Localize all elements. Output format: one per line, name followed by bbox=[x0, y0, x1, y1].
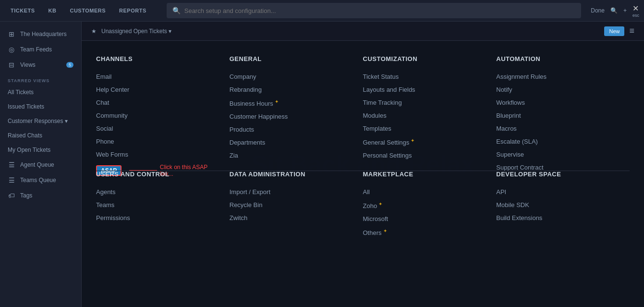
menu-item-templates[interactable]: Templates bbox=[363, 122, 487, 135]
menu-item-supervise[interactable]: Supervise bbox=[496, 148, 620, 161]
menu-item-zwitch[interactable]: Zwitch bbox=[230, 211, 353, 224]
sidebar-item-issuedtickets[interactable]: Issued Tickets bbox=[0, 99, 81, 114]
sidebar-label-views: Views bbox=[20, 61, 36, 68]
dropdown-lower: USERS AND CONTROL Agents Teams Permissio… bbox=[82, 171, 644, 307]
menu-item-social[interactable]: Social bbox=[96, 122, 220, 135]
menu-item-zoho[interactable]: Zoho✦ bbox=[363, 198, 487, 212]
generalsettings-star: ✦ bbox=[411, 138, 414, 143]
sidebar-label-issuedtickets: Issued Tickets bbox=[8, 103, 44, 110]
menu-item-customerhappiness[interactable]: Customer Happiness bbox=[230, 110, 353, 123]
layout-icon[interactable]: ≡ bbox=[629, 26, 634, 36]
menu-item-community[interactable]: Community bbox=[96, 109, 220, 122]
top-nav: TICKETS KB CUSTOMERS REPORTS 🔍 Done 🔍 + … bbox=[0, 0, 644, 22]
nav-tab-tickets[interactable]: TICKETS bbox=[5, 6, 41, 15]
menu-item-blueprint[interactable]: Blueprint bbox=[496, 109, 620, 122]
starred-views-label: STARRED VIEWS bbox=[0, 73, 81, 85]
channels-heading: CHANNELS bbox=[96, 55, 220, 62]
menu-item-layoutsfields[interactable]: Layouts and Fields bbox=[363, 83, 487, 96]
menu-item-escalatesla[interactable]: Escalate (SLA) bbox=[496, 135, 620, 148]
search-input[interactable] bbox=[184, 7, 576, 14]
main-header-title: Unassigned Open Tickets ▾ bbox=[101, 28, 599, 35]
menu-item-phone[interactable]: Phone bbox=[96, 135, 220, 148]
add-icon[interactable]: + bbox=[623, 7, 627, 14]
nav-tabs: TICKETS KB CUSTOMERS REPORTS bbox=[5, 6, 152, 15]
automation-heading: AUTOMATION bbox=[496, 55, 620, 62]
menu-item-permissions[interactable]: Permissions bbox=[96, 211, 220, 224]
menu-item-notify[interactable]: Notify bbox=[496, 83, 620, 96]
menu-item-company[interactable]: Company bbox=[230, 70, 353, 83]
section-divider bbox=[96, 171, 630, 171]
menu-item-products[interactable]: Products bbox=[230, 123, 353, 136]
menu-item-workflows[interactable]: Workflows bbox=[496, 96, 620, 109]
agentqueue-icon: ☰ bbox=[8, 161, 15, 169]
zoho-star: ✦ bbox=[378, 201, 382, 207]
menu-item-api[interactable]: API bbox=[496, 185, 620, 198]
sidebar-item-headquarters[interactable]: ⊞ The Headquarters bbox=[0, 26, 81, 42]
new-button[interactable]: New bbox=[604, 26, 624, 36]
menu-item-teams[interactable]: Teams bbox=[96, 198, 220, 211]
sidebar-label-raisedchats: Raised Chats bbox=[8, 132, 42, 139]
done-button[interactable]: Done bbox=[591, 7, 605, 14]
views-badge: 5 bbox=[66, 62, 73, 68]
sidebar-item-tags[interactable]: 🏷 Tags bbox=[0, 188, 81, 203]
x-icon: ✕ bbox=[632, 4, 639, 13]
sidebar-item-myopentickets[interactable]: My Open Tickets bbox=[0, 143, 81, 157]
search-icon-right[interactable]: 🔍 bbox=[610, 7, 618, 14]
menu-item-rebranding[interactable]: Rebranding bbox=[230, 83, 353, 96]
menu-item-zia[interactable]: Zia bbox=[230, 149, 353, 162]
menu-item-ticketstatus[interactable]: Ticket Status bbox=[363, 70, 487, 83]
others-star: ✦ bbox=[383, 228, 387, 233]
menu-item-recyclebin[interactable]: Recycle Bin bbox=[230, 198, 353, 211]
users-control-heading: USERS AND CONTROL bbox=[96, 171, 220, 178]
data-admin-heading: DATA ADMINISTRATION bbox=[230, 171, 353, 178]
menu-item-timetracking[interactable]: Time Tracking bbox=[363, 96, 487, 109]
menu-item-market-all[interactable]: All bbox=[363, 185, 487, 198]
marketplace-section: MARKETPLACE All Zoho✦ Microsoft Others✦ bbox=[363, 171, 497, 297]
tags-icon: 🏷 bbox=[8, 192, 15, 199]
menu-item-helpcenter[interactable]: Help Center bbox=[96, 83, 220, 96]
menu-item-others[interactable]: Others✦ bbox=[363, 225, 487, 239]
close-button[interactable]: ✕ esc bbox=[632, 4, 639, 18]
sidebar-label-headquarters: The Headquarters bbox=[20, 31, 67, 37]
nav-tab-reports[interactable]: REPORTS bbox=[113, 6, 152, 15]
sidebar-label-alltickets: All Tickets bbox=[8, 89, 34, 96]
breadcrumb-star: ★ bbox=[91, 28, 97, 35]
menu-item-generalsettings[interactable]: General Settings✦ bbox=[363, 135, 487, 149]
data-admin-section: DATA ADMINISTRATION Import / Export Recy… bbox=[230, 171, 363, 297]
nav-tab-kb[interactable]: KB bbox=[43, 6, 62, 15]
views-icon: ⊟ bbox=[8, 61, 15, 69]
main-area: ★ Unassigned Open Tickets ▾ New ≡ Sit Ba… bbox=[82, 22, 644, 307]
main-header: ★ Unassigned Open Tickets ▾ New ≡ bbox=[82, 22, 644, 41]
menu-item-microsoft[interactable]: Microsoft bbox=[363, 212, 487, 225]
sidebar: ⊞ The Headquarters ◎ Team Feeds ⊟ Views … bbox=[0, 22, 82, 307]
sidebar-item-customerresponses[interactable]: Customer Responses ▾ bbox=[0, 114, 81, 128]
search-bar[interactable]: 🔍 bbox=[167, 3, 582, 18]
sidebar-label-teamfeeds: Team Feeds bbox=[20, 46, 52, 53]
menu-item-personalsettings[interactable]: Personal Settings bbox=[363, 149, 487, 162]
sidebar-item-agentqueue[interactable]: ☰ Agent Queue bbox=[0, 157, 81, 172]
menu-item-email[interactable]: Email bbox=[96, 70, 220, 83]
menu-item-macros[interactable]: Macros bbox=[496, 122, 620, 135]
menu-item-modules[interactable]: Modules bbox=[363, 109, 487, 122]
businesshours-star: ✦ bbox=[275, 99, 279, 104]
menu-item-businesshours[interactable]: Business Hours✦ bbox=[230, 96, 353, 110]
sidebar-item-alltickets[interactable]: All Tickets bbox=[0, 85, 81, 99]
esc-label: esc bbox=[632, 13, 639, 18]
nav-tab-customers[interactable]: CUSTOMERS bbox=[64, 6, 111, 15]
menu-item-buildextensions[interactable]: Build Extensions bbox=[496, 211, 620, 224]
menu-item-agents[interactable]: Agents bbox=[96, 185, 220, 198]
search-icon: 🔍 bbox=[172, 7, 181, 14]
developer-space-heading: DEVELOPER SPACE bbox=[496, 171, 620, 178]
menu-item-departments[interactable]: Departments bbox=[230, 136, 353, 149]
customization-heading: CUSTOMIZATION bbox=[363, 55, 487, 62]
menu-item-importexport[interactable]: Import / Export bbox=[230, 185, 353, 198]
sidebar-item-views[interactable]: ⊟ Views 5 bbox=[0, 57, 81, 73]
sidebar-item-teamfeeds[interactable]: ◎ Team Feeds bbox=[0, 42, 81, 57]
menu-item-assignmentrules[interactable]: Assignment Rules bbox=[496, 70, 620, 83]
menu-item-chat[interactable]: Chat bbox=[96, 96, 220, 109]
developer-space-section: DEVELOPER SPACE API Mobile SDK Build Ext… bbox=[496, 171, 630, 297]
sidebar-item-teamsqueue[interactable]: ☰ Teams Queue bbox=[0, 172, 81, 188]
menu-item-mobilesdk[interactable]: Mobile SDK bbox=[496, 198, 620, 211]
menu-item-webforms[interactable]: Web Forms bbox=[96, 148, 220, 161]
sidebar-item-raisedchats[interactable]: Raised Chats bbox=[0, 128, 81, 143]
